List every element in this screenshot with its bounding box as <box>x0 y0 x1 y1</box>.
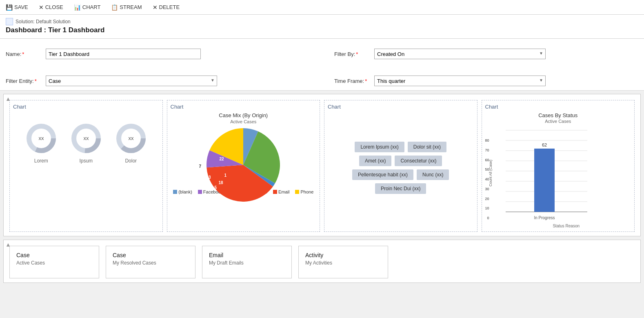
time-frame-label: Time Frame:* <box>334 78 371 84</box>
close-button[interactable]: ✕ CLOSE <box>37 3 65 11</box>
solution-icon <box>6 18 13 25</box>
tag-row-2: Amet (xx) Consectetur (xx) <box>359 156 442 166</box>
save-label: SAVE <box>14 4 28 10</box>
filter-entity-label: Filter Entity:* <box>6 78 42 84</box>
donut-svg-2: xx <box>70 122 102 155</box>
chart3-header: Chart <box>328 104 474 110</box>
donut-item-3: xx Dolor <box>115 122 147 164</box>
svg-text:xx: xx <box>83 135 89 141</box>
donut-label-3: Dolor <box>125 158 137 164</box>
list-card-3-subtitle: My Draft Emails <box>209 260 285 266</box>
tag-lorem-ipsum[interactable]: Lorem Ipsum (xx) <box>355 142 404 152</box>
list-card-4-subtitle: My Activities <box>305 260 381 266</box>
chart-panel-2: Chart Case Mix (By Origin) Active Cases <box>167 100 320 232</box>
tag-buttons-container: Lorem Ipsum (xx) Dolor sit (xx) Amet (xx… <box>328 118 474 218</box>
close-icon: ✕ <box>39 4 44 11</box>
bar-chart-wrapper: 80 70 60 50 40 30 20 10 0 <box>485 126 631 228</box>
list-card-2-title: Case <box>113 252 189 258</box>
chart-label: CHART <box>82 4 101 10</box>
bar-chart-svg: 62 In Progress <box>502 126 591 224</box>
delete-button[interactable]: ✕ DELETE <box>151 3 182 11</box>
bar-in-progress[interactable] <box>534 149 555 212</box>
donut-svg-1: xx <box>25 122 58 155</box>
filter-by-select-wrapper: Created On <box>374 49 546 59</box>
y-axis-label: Count All (Case) <box>488 160 492 187</box>
filter-by-row: Filter By:* Created On <box>334 43 638 65</box>
list-card-3[interactable]: Email My Draft Emails <box>202 246 292 278</box>
pie-chart-title: Case Mix (By Origin) <box>171 112 317 118</box>
bar-chart-title: Cases By Status <box>485 112 631 118</box>
tag-dolor-sit[interactable]: Dolor sit (xx) <box>408 142 446 152</box>
svg-text:xx: xx <box>38 135 44 141</box>
form-section: Name:* Filter Entity:* Case Entity View:… <box>0 39 644 91</box>
donut-charts-container: xx Lorem xx Ipsum <box>13 122 159 164</box>
delete-label: DELETE <box>159 4 180 10</box>
tag-proin[interactable]: Proin Nec Dui (xx) <box>375 183 426 194</box>
donut-svg-3: xx <box>115 122 147 155</box>
donut-item-2: xx Ipsum <box>70 122 102 164</box>
list-card-4-title: Activity <box>305 252 381 258</box>
filter-entity-row: Filter Entity:* Case <box>6 70 322 92</box>
list-card-2-subtitle: My Resolved Cases <box>113 260 189 266</box>
svg-text:62: 62 <box>542 142 546 147</box>
time-frame-row: Time Frame:* This quarter <box>334 70 638 92</box>
resize-handle-2[interactable]: ▲ <box>5 242 11 247</box>
pie-chart-subtitle: Active Cases <box>171 119 317 124</box>
save-icon: 💾 <box>6 4 13 11</box>
list-card-2[interactable]: Case My Resolved Cases <box>106 246 195 278</box>
stream-label: STREAM <box>120 4 142 10</box>
save-button[interactable]: 💾 SAVE <box>4 3 30 11</box>
page-header: Solution: Default Solution Dashboard : T… <box>0 15 644 39</box>
tag-row-1: Lorem Ipsum (xx) Dolor sit (xx) <box>355 142 446 152</box>
name-label: Name:* <box>6 51 42 57</box>
filter-by-label: Filter By:* <box>334 51 371 57</box>
chart-panel-4: Chart Cases By Status Active Cases 80 70… <box>482 100 635 232</box>
charts-row: Chart xx Lorem xx <box>4 94 640 236</box>
list-card-1[interactable]: Case Active Cases <box>9 246 99 278</box>
filter-entity-select-wrapper: Case <box>46 76 217 86</box>
chart-panel-3: Chart Lorem Ipsum (xx) Dolor sit (xx) Am… <box>324 100 477 232</box>
toolbar: 💾 SAVE ✕ CLOSE 📊 CHART 📋 STREAM ✕ DELETE <box>0 0 644 15</box>
name-row: Name:* <box>6 43 322 65</box>
tag-row-3: Pellentesque habit (xx) Nunc (xx) <box>352 169 449 180</box>
svg-text:xx: xx <box>128 135 134 141</box>
close-label: CLOSE <box>45 4 63 10</box>
list-card-4[interactable]: Activity My Activities <box>298 246 388 278</box>
x-axis-label: Status Reason <box>502 224 631 228</box>
charts-section-panel: ▲ Chart xx Lorem <box>3 94 641 236</box>
filter-entity-select[interactable]: Case <box>46 76 217 86</box>
svg-text:In Progress: In Progress <box>534 216 555 220</box>
delete-icon: ✕ <box>153 4 158 11</box>
tag-nunc[interactable]: Nunc (xx) <box>417 169 449 180</box>
chart-panel-1: Chart xx Lorem xx <box>9 100 163 232</box>
chart4-header: Chart <box>485 104 631 110</box>
page-title: Dashboard : Tier 1 Dashboard <box>6 26 638 34</box>
chart-button[interactable]: 📊 CHART <box>72 3 102 11</box>
donut-item-1: xx Lorem <box>25 122 58 164</box>
tag-row-4: Proin Nec Dui (xx) <box>375 183 426 194</box>
pie-svg <box>207 128 280 202</box>
legend-blank: (blank) <box>173 189 192 194</box>
list-row: Case Active Cases Case My Resolved Cases… <box>4 240 640 282</box>
list-card-1-subtitle: Active Cases <box>16 260 92 266</box>
tag-pellentesque[interactable]: Pellentesque habit (xx) <box>352 169 413 180</box>
tag-amet[interactable]: Amet (xx) <box>359 156 391 166</box>
list-card-1-title: Case <box>16 252 92 258</box>
list-section-panel: ▲ Case Active Cases Case My Resolved Cas… <box>3 240 641 283</box>
chart2-header: Chart <box>171 104 317 110</box>
solution-line: Solution: Default Solution <box>6 18 638 25</box>
list-card-3-title: Email <box>209 252 285 258</box>
stream-button[interactable]: 📋 STREAM <box>109 3 143 11</box>
legend-phone: Phone <box>295 189 313 194</box>
chart-icon: 📊 <box>74 4 81 11</box>
donut-label-1: Lorem <box>34 158 48 164</box>
bar-chart-subtitle: Active Cases <box>485 119 631 124</box>
time-frame-select[interactable]: This quarter <box>374 76 546 86</box>
solution-label: Solution: Default Solution <box>16 19 71 24</box>
name-input[interactable] <box>46 49 201 59</box>
filter-by-select[interactable]: Created On <box>374 49 546 59</box>
time-frame-select-wrapper: This quarter <box>374 76 546 86</box>
chart1-header: Chart <box>13 104 159 110</box>
main-content: ▲ Chart xx Lorem <box>0 91 644 289</box>
tag-consectetur[interactable]: Consectetur (xx) <box>395 156 442 166</box>
